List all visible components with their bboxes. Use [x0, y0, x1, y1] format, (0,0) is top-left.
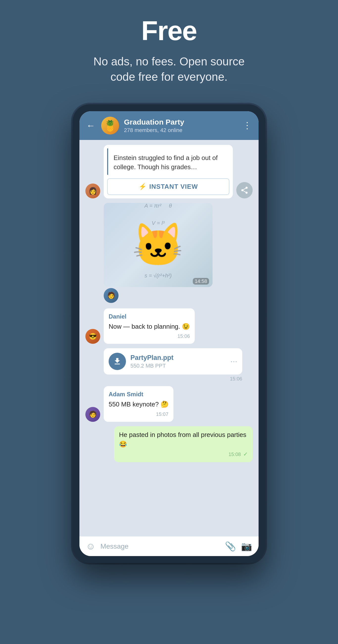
file-time: 15:06: [104, 376, 242, 382]
group-name: Graduation Party: [124, 118, 238, 126]
camera-button[interactable]: 📷: [241, 541, 252, 552]
chat-input-bar: ☺ Message 📎 📷: [79, 536, 259, 556]
download-icon: [113, 357, 122, 366]
attach-button[interactable]: 📎: [225, 541, 236, 552]
file-download-button[interactable]: [109, 353, 126, 370]
sticker-container: A = πr² θ V = l³ P = 2πr h A = πr² s = √…: [104, 203, 213, 287]
instant-view-label: INSTANT VIEW: [149, 183, 198, 190]
share-button[interactable]: [236, 182, 253, 198]
file-size: 550.2 MB PPT: [130, 362, 226, 369]
message-tick: ✓: [243, 451, 248, 457]
hero-title: Free: [141, 15, 197, 46]
file-menu-button[interactable]: ⋯: [230, 358, 237, 366]
own-message-row: He pasted in photos from all previous pa…: [85, 426, 253, 462]
message-input[interactable]: Message: [100, 542, 220, 550]
article-message-row: 👩 Einstein struggled to find a job out o…: [85, 145, 253, 198]
avatar-daniel: 😎: [85, 329, 100, 344]
chat-header: ← 🍍 Graduation Party 278 members, 42 onl…: [79, 111, 259, 140]
instant-view-button[interactable]: ⚡ INSTANT VIEW: [107, 178, 229, 195]
file-name: PartyPlan.ppt: [130, 354, 226, 362]
page-wrapper: Free No ads, no fees. Open source code f…: [0, 15, 338, 563]
own-text: He pasted in photos from all previous pa…: [119, 430, 248, 449]
hero-subtitle: No ads, no fees. Open source code free f…: [82, 54, 256, 84]
daniel-bubble: Daniel Now — back to planning. 😉 15:06: [104, 308, 195, 344]
back-button[interactable]: ←: [86, 121, 95, 130]
adam-bubble: Adam Smidt 550 MB keynote? 🤔 15:07: [104, 386, 173, 422]
more-button[interactable]: ⋮: [243, 120, 252, 131]
bolt-icon: ⚡: [139, 183, 147, 190]
adam-text: 550 MB keynote? 🤔: [109, 400, 169, 409]
own-bubble: He pasted in photos from all previous pa…: [114, 426, 253, 462]
daniel-message-row: 😎 Daniel Now — back to planning. 😉 15:06: [85, 308, 253, 344]
adam-sender-name: Adam Smidt: [109, 390, 169, 399]
daniel-sender-name: Daniel: [109, 312, 190, 321]
file-info: PartyPlan.ppt 550.2 MB PPT: [130, 354, 226, 369]
article-bubble: Einstein struggled to find a job out of …: [104, 145, 233, 198]
group-avatar: 🍍: [101, 117, 119, 134]
daniel-time: 15:06: [109, 333, 190, 340]
cat-sticker: 🐱: [132, 220, 184, 270]
chat-header-info: Graduation Party 278 members, 42 online: [124, 118, 238, 134]
adam-time: 15:07: [109, 411, 169, 418]
share-icon: [240, 186, 249, 194]
adam-message-row: 🧑 Adam Smidt 550 MB keynote? 🤔 15:07: [85, 386, 253, 422]
avatar-hoodie: 🧑: [104, 288, 118, 303]
avatar-female: 👩: [85, 184, 100, 198]
sticker-message-row: A = πr² θ V = l³ P = 2πr h A = πr² s = √…: [104, 203, 253, 303]
emoji-button[interactable]: ☺: [86, 541, 95, 552]
chat-body: 👩 Einstein struggled to find a job out o…: [79, 140, 259, 536]
file-message-row: PartyPlan.ppt 550.2 MB PPT ⋯ 15:06: [104, 348, 253, 382]
daniel-text: Now — back to planning. 😉: [109, 322, 190, 332]
own-time: 15:08 ✓: [119, 450, 248, 458]
sticker-time: 14:58: [193, 278, 209, 284]
group-meta: 278 members, 42 online: [124, 127, 238, 134]
phone-screen: ← 🍍 Graduation Party 278 members, 42 onl…: [79, 111, 259, 556]
phone-shell: ← 🍍 Graduation Party 278 members, 42 onl…: [72, 104, 266, 563]
file-bubble: PartyPlan.ppt 550.2 MB PPT ⋯: [104, 348, 242, 374]
article-text: Einstein struggled to find a job out of …: [107, 148, 229, 175]
avatar-adam: 🧑: [85, 407, 100, 422]
